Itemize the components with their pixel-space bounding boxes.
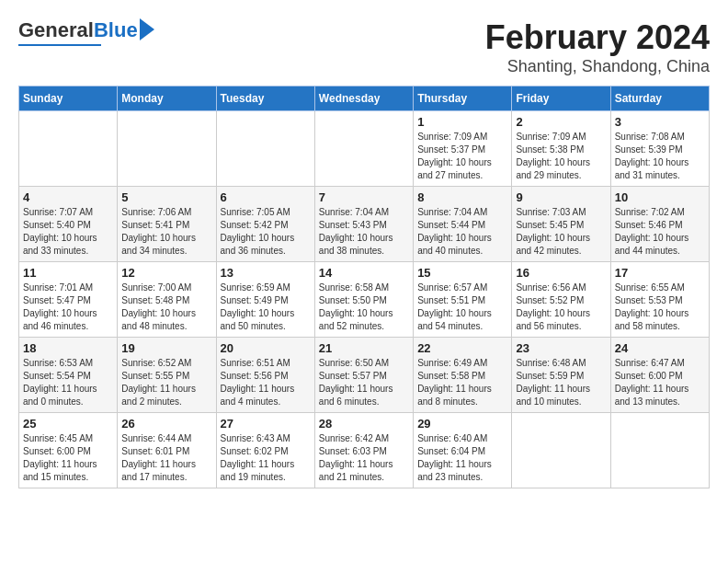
- calendar-cell: 17Sunrise: 6:55 AM Sunset: 5:53 PM Dayli…: [610, 262, 709, 338]
- calendar-cell: 5Sunrise: 7:06 AM Sunset: 5:41 PM Daylig…: [118, 187, 216, 262]
- logo-blue-text: Blue: [94, 18, 138, 42]
- day-info: Sunrise: 6:57 AM Sunset: 5:51 PM Dayligh…: [417, 282, 507, 333]
- calendar-cell: 15Sunrise: 6:57 AM Sunset: 5:51 PM Dayli…: [414, 262, 512, 338]
- day-number: 13: [221, 266, 311, 280]
- calendar-week-2: 4Sunrise: 7:07 AM Sunset: 5:40 PM Daylig…: [19, 187, 710, 262]
- calendar-cell: 4Sunrise: 7:07 AM Sunset: 5:40 PM Daylig…: [19, 187, 118, 262]
- day-number: 19: [121, 341, 211, 355]
- header-day-sunday: Sunday: [19, 86, 118, 111]
- day-info: Sunrise: 7:05 AM Sunset: 5:42 PM Dayligh…: [221, 206, 311, 258]
- day-number: 10: [615, 190, 705, 204]
- calendar-cell: 11Sunrise: 7:01 AM Sunset: 5:47 PM Dayli…: [19, 262, 118, 338]
- calendar-cell: 9Sunrise: 7:03 AM Sunset: 5:45 PM Daylig…: [512, 187, 610, 262]
- day-info: Sunrise: 6:42 AM Sunset: 6:03 PM Dayligh…: [319, 432, 409, 484]
- day-number: 2: [516, 115, 606, 129]
- day-number: 8: [417, 190, 507, 204]
- calendar-cell: 22Sunrise: 6:49 AM Sunset: 5:58 PM Dayli…: [414, 338, 512, 413]
- day-info: Sunrise: 6:50 AM Sunset: 5:57 PM Dayligh…: [319, 357, 409, 408]
- calendar-header: SundayMondayTuesdayWednesdayThursdayFrid…: [19, 86, 710, 111]
- day-info: Sunrise: 7:01 AM Sunset: 5:47 PM Dayligh…: [23, 282, 113, 333]
- calendar-cell: 21Sunrise: 6:50 AM Sunset: 5:57 PM Dayli…: [314, 338, 413, 413]
- calendar-cell: 1Sunrise: 7:09 AM Sunset: 5:37 PM Daylig…: [414, 111, 512, 187]
- day-info: Sunrise: 6:59 AM Sunset: 5:49 PM Dayligh…: [221, 282, 311, 333]
- logo-underline: [18, 44, 101, 46]
- day-info: Sunrise: 6:56 AM Sunset: 5:52 PM Dayligh…: [516, 282, 606, 333]
- day-info: Sunrise: 6:58 AM Sunset: 5:50 PM Dayligh…: [319, 282, 409, 333]
- calendar-cell: [19, 111, 118, 187]
- calendar-table: SundayMondayTuesdayWednesdayThursdayFrid…: [18, 86, 710, 488]
- day-info: Sunrise: 6:47 AM Sunset: 6:00 PM Dayligh…: [615, 357, 705, 408]
- calendar-cell: 3Sunrise: 7:08 AM Sunset: 5:39 PM Daylig…: [610, 111, 709, 187]
- day-number: 6: [221, 190, 311, 204]
- calendar-cell: [314, 111, 413, 187]
- calendar-cell: 26Sunrise: 6:44 AM Sunset: 6:01 PM Dayli…: [118, 413, 216, 488]
- day-info: Sunrise: 7:00 AM Sunset: 5:48 PM Dayligh…: [121, 282, 211, 333]
- calendar-cell: 19Sunrise: 6:52 AM Sunset: 5:55 PM Dayli…: [118, 338, 216, 413]
- header-row: SundayMondayTuesdayWednesdayThursdayFrid…: [19, 86, 710, 111]
- calendar-cell: [118, 111, 216, 187]
- day-info: Sunrise: 6:40 AM Sunset: 6:04 PM Dayligh…: [417, 432, 507, 484]
- calendar-cell: 28Sunrise: 6:42 AM Sunset: 6:03 PM Dayli…: [314, 413, 413, 488]
- day-info: Sunrise: 7:07 AM Sunset: 5:40 PM Dayligh…: [23, 206, 113, 258]
- calendar-cell: 8Sunrise: 7:04 AM Sunset: 5:44 PM Daylig…: [414, 187, 512, 262]
- day-number: 17: [615, 266, 705, 280]
- day-info: Sunrise: 7:06 AM Sunset: 5:41 PM Dayligh…: [121, 206, 211, 258]
- day-number: 9: [516, 190, 606, 204]
- day-number: 21: [319, 341, 409, 355]
- day-number: 27: [221, 417, 311, 431]
- calendar-cell: [610, 413, 709, 488]
- day-number: 18: [23, 341, 113, 355]
- day-info: Sunrise: 6:48 AM Sunset: 5:59 PM Dayligh…: [516, 357, 606, 408]
- day-number: 3: [615, 115, 705, 129]
- calendar-week-5: 25Sunrise: 6:45 AM Sunset: 6:00 PM Dayli…: [19, 413, 710, 488]
- header-day-wednesday: Wednesday: [314, 86, 413, 111]
- day-number: 25: [23, 417, 113, 431]
- calendar-cell: 6Sunrise: 7:05 AM Sunset: 5:42 PM Daylig…: [216, 187, 314, 262]
- header-day-thursday: Thursday: [414, 86, 512, 111]
- day-number: 16: [516, 266, 606, 280]
- day-info: Sunrise: 7:09 AM Sunset: 5:37 PM Dayligh…: [417, 131, 507, 182]
- calendar-cell: 12Sunrise: 7:00 AM Sunset: 5:48 PM Dayli…: [118, 262, 216, 338]
- calendar-title: February 2024: [485, 18, 710, 57]
- day-number: 1: [417, 115, 507, 129]
- day-number: 4: [23, 190, 113, 204]
- day-info: Sunrise: 6:44 AM Sunset: 6:01 PM Dayligh…: [121, 432, 211, 484]
- calendar-cell: 24Sunrise: 6:47 AM Sunset: 6:00 PM Dayli…: [610, 338, 709, 413]
- calendar-cell: 13Sunrise: 6:59 AM Sunset: 5:49 PM Dayli…: [216, 262, 314, 338]
- header-day-friday: Friday: [512, 86, 610, 111]
- day-number: 14: [319, 266, 409, 280]
- calendar-subtitle: Shanting, Shandong, China: [485, 57, 710, 76]
- calendar-cell: 27Sunrise: 6:43 AM Sunset: 6:02 PM Dayli…: [216, 413, 314, 488]
- day-number: 24: [615, 341, 705, 355]
- calendar-cell: 25Sunrise: 6:45 AM Sunset: 6:00 PM Dayli…: [19, 413, 118, 488]
- calendar-cell: 20Sunrise: 6:51 AM Sunset: 5:56 PM Dayli…: [216, 338, 314, 413]
- page-header: General Blue February 2024 Shanting, Sha…: [18, 18, 710, 76]
- day-info: Sunrise: 7:09 AM Sunset: 5:38 PM Dayligh…: [516, 131, 606, 182]
- day-number: 7: [319, 190, 409, 204]
- day-info: Sunrise: 6:53 AM Sunset: 5:54 PM Dayligh…: [23, 357, 113, 408]
- calendar-cell: [512, 413, 610, 488]
- day-info: Sunrise: 6:55 AM Sunset: 5:53 PM Dayligh…: [615, 282, 705, 333]
- day-number: 12: [121, 266, 211, 280]
- calendar-cell: 18Sunrise: 6:53 AM Sunset: 5:54 PM Dayli…: [19, 338, 118, 413]
- calendar-week-4: 18Sunrise: 6:53 AM Sunset: 5:54 PM Dayli…: [19, 338, 710, 413]
- calendar-week-3: 11Sunrise: 7:01 AM Sunset: 5:47 PM Dayli…: [19, 262, 710, 338]
- day-number: 15: [417, 266, 507, 280]
- calendar-cell: 7Sunrise: 7:04 AM Sunset: 5:43 PM Daylig…: [314, 187, 413, 262]
- day-number: 26: [121, 417, 211, 431]
- calendar-cell: 16Sunrise: 6:56 AM Sunset: 5:52 PM Dayli…: [512, 262, 610, 338]
- day-info: Sunrise: 6:52 AM Sunset: 5:55 PM Dayligh…: [121, 357, 211, 408]
- day-info: Sunrise: 7:08 AM Sunset: 5:39 PM Dayligh…: [615, 131, 705, 182]
- day-number: 5: [121, 190, 211, 204]
- day-number: 22: [417, 341, 507, 355]
- logo: General Blue: [18, 18, 154, 46]
- calendar-cell: 10Sunrise: 7:02 AM Sunset: 5:46 PM Dayli…: [610, 187, 709, 262]
- day-number: 11: [23, 266, 113, 280]
- calendar-cell: 23Sunrise: 6:48 AM Sunset: 5:59 PM Dayli…: [512, 338, 610, 413]
- day-number: 28: [319, 417, 409, 431]
- day-number: 23: [516, 341, 606, 355]
- header-day-saturday: Saturday: [610, 86, 709, 111]
- calendar-cell: 29Sunrise: 6:40 AM Sunset: 6:04 PM Dayli…: [414, 413, 512, 488]
- day-info: Sunrise: 6:49 AM Sunset: 5:58 PM Dayligh…: [417, 357, 507, 408]
- header-day-monday: Monday: [118, 86, 216, 111]
